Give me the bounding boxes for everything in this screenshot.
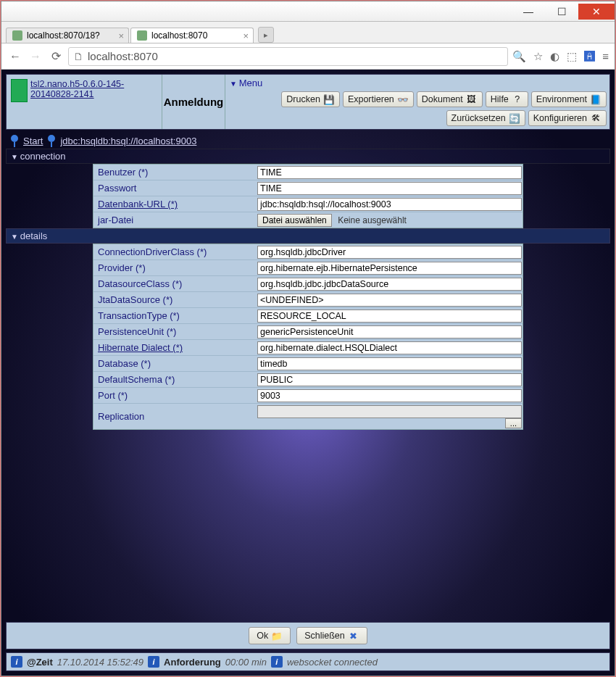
question-icon: ? (512, 94, 523, 104)
dburl-label[interactable]: Datenbank-URL (*) (93, 197, 257, 211)
document-icon: 📘 (590, 94, 602, 104)
dialect-input[interactable] (257, 341, 522, 354)
app-header: tsl2.nano.h5-0.6.0-145-20140828-2141 Anm… (6, 74, 610, 130)
url-bar[interactable]: 🗋 localhost:8070 (68, 47, 508, 66)
glasses-icon: 👓 (397, 94, 409, 104)
window-titlebar: — ☐ ✕ (1, 1, 615, 22)
menu-header[interactable]: Menu (227, 76, 608, 90)
help-button[interactable]: Hilfe? (486, 91, 528, 107)
cast-icon[interactable]: ⬚ (567, 50, 577, 63)
jar-label: jar-Datei (93, 213, 257, 227)
schema-label: DefaultSchema (*) (93, 373, 257, 386)
details-form: ConnectionDriverClass (*) Provider (*) D… (93, 244, 523, 430)
forward-button[interactable]: → (28, 49, 43, 65)
driver-input[interactable] (257, 246, 522, 259)
svg-point-1 (48, 135, 55, 142)
file-choose-button[interactable]: Datei auswählen (257, 214, 332, 227)
reset-button[interactable]: Zurücksetzen🔄 (446, 110, 525, 126)
status-time-label: @Zeit (27, 657, 53, 668)
search-icon[interactable]: 🔍 (512, 50, 526, 63)
jta-input[interactable] (257, 294, 522, 307)
info-icon: i (148, 656, 159, 668)
app-version-link[interactable]: tsl2.nano.h5-0.6.0-145-20140828-2141 (30, 79, 157, 99)
pu-input[interactable] (257, 325, 522, 338)
back-button[interactable]: ← (7, 49, 23, 65)
status-req-label: Anforderung (164, 657, 221, 668)
status-req-value: 00:00 min (225, 657, 267, 668)
replication-browse-button[interactable]: ... (505, 418, 522, 428)
star-icon[interactable]: ☆ (533, 50, 543, 63)
svg-point-0 (11, 135, 18, 142)
environment-button[interactable]: Environment📘 (531, 91, 607, 107)
port-label: Port (*) (93, 389, 257, 402)
close-button[interactable]: Schließen✖ (296, 627, 367, 644)
pin-icon (9, 134, 20, 147)
folder-icon: 📁 (271, 631, 283, 641)
refresh-icon: 🔄 (509, 113, 520, 123)
export-button[interactable]: Exportieren👓 (343, 91, 414, 107)
schema-input[interactable] (257, 373, 522, 386)
url-text: localhost:8070 (88, 50, 158, 62)
txn-input[interactable] (257, 310, 522, 323)
window-close-button[interactable]: ✕ (578, 4, 615, 20)
browser-tab-1[interactable]: localhost:8070 × (130, 28, 254, 43)
minimize-button[interactable]: — (512, 4, 545, 20)
translate-icon[interactable]: 🅰 (584, 50, 595, 62)
browser-nav-bar: ← → ⟳ 🗋 localhost:8070 🔍 ☆ ◐ ⬚ 🅰 ≡ (1, 43, 615, 70)
tools-icon: 🛠 (590, 113, 602, 123)
tab-close-icon[interactable]: × (243, 30, 249, 41)
ok-button[interactable]: Ok📁 (249, 627, 291, 644)
jta-label: JtaDataSource (*) (93, 293, 257, 307)
new-tab-button[interactable]: ▸ (258, 27, 274, 43)
contrast-icon[interactable]: ◐ (550, 50, 559, 63)
app-logo-icon (11, 79, 28, 102)
document-button[interactable]: Dokument🖼 (417, 91, 483, 107)
port-input[interactable] (257, 389, 522, 402)
status-time-value: 17.10.2014 15:52:49 (57, 657, 143, 668)
dsclass-label: DatasourceClass (*) (93, 277, 257, 291)
db-input[interactable] (257, 357, 522, 370)
browser-tab-0[interactable]: localhost:8070/18? × (6, 28, 129, 43)
breadcrumb-path[interactable]: jdbc:hsqldb:hsql://localhost:9003 (60, 136, 196, 146)
close-x-icon: ✖ (348, 631, 359, 641)
db-label: Database (*) (93, 357, 257, 370)
status-bar: i @Zeit 17.10.2014 15:52:49 i Anforderun… (6, 652, 610, 671)
status-websocket: websocket connected (287, 657, 378, 668)
provider-input[interactable] (257, 262, 522, 275)
favicon-icon (137, 30, 147, 41)
user-label: Benutzer (*) (93, 165, 257, 179)
driver-label: ConnectionDriverClass (*) (93, 245, 257, 259)
page-icon: 🗋 (73, 51, 83, 62)
print-button[interactable]: Drucken💾 (281, 91, 340, 107)
save-disk-icon: 💾 (323, 94, 335, 104)
image-icon: 🖼 (466, 94, 478, 104)
configure-button[interactable]: Konfigurieren🛠 (528, 110, 607, 126)
file-status: Keine ausgewählt (335, 215, 409, 225)
favicon-icon (12, 30, 22, 41)
maximize-button[interactable]: ☐ (545, 4, 578, 20)
menu-icon[interactable]: ≡ (602, 50, 609, 62)
tab-label: localhost:8070 (151, 30, 207, 41)
connection-form: Benutzer (*) Passwort Datenbank-URL (*) … (93, 164, 523, 228)
footer-actions: Ok📁 Schließen✖ (6, 622, 610, 649)
replication-input[interactable] (257, 405, 522, 418)
reload-button[interactable]: ⟳ (48, 49, 64, 65)
dburl-input[interactable] (257, 198, 522, 211)
provider-label: Provider (*) (93, 261, 257, 275)
info-icon: i (271, 656, 283, 668)
dsclass-input[interactable] (257, 278, 522, 291)
section-connection-header[interactable]: connection (6, 149, 610, 164)
tab-label: localhost:8070/18? (27, 30, 100, 41)
tab-close-icon[interactable]: × (118, 30, 124, 41)
browser-tab-bar: localhost:8070/18? × localhost:8070 × ▸ (1, 22, 615, 43)
page-title: Anmeldung (162, 75, 225, 129)
pu-label: PersistenceUnit (*) (93, 325, 257, 338)
replication-label: Replication (93, 410, 257, 423)
breadcrumb-start[interactable]: Start (23, 136, 43, 146)
pin-icon (46, 134, 57, 147)
password-label: Passwort (93, 181, 257, 195)
section-details-header[interactable]: details (6, 228, 610, 244)
user-input[interactable] (257, 166, 522, 179)
password-input[interactable] (257, 182, 522, 195)
dialect-label[interactable]: Hibernate Dialect (*) (93, 341, 257, 354)
